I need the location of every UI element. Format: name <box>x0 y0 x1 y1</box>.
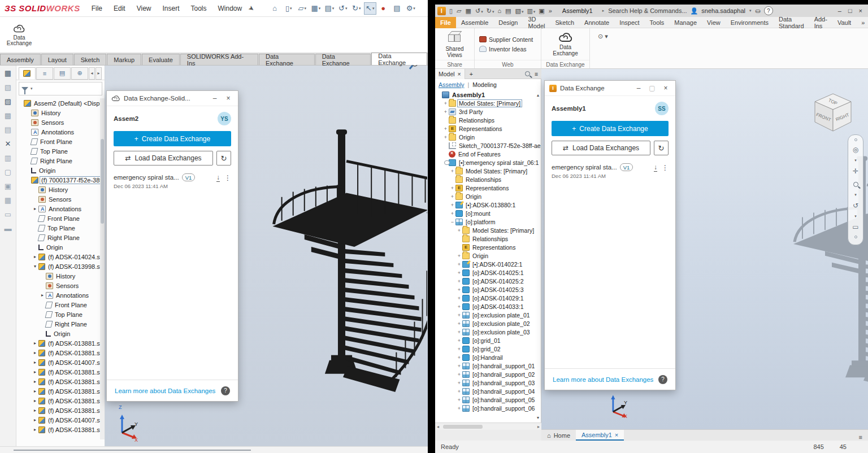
ribbon-tab[interactable]: Environments <box>726 17 774 28</box>
tree-item[interactable]: +[o]:exclusion plate_03 <box>435 328 541 336</box>
ribbon-tab[interactable]: Sketch <box>550 17 579 28</box>
hide-show-icon[interactable]: ✕ <box>2 138 14 149</box>
save-icon[interactable]: ▦▾ <box>310 2 322 15</box>
zoom-icon[interactable] <box>853 180 858 189</box>
tree-item[interactable]: ▸(f) ADSK-013881.st <box>16 377 100 386</box>
tree-item[interactable]: +[o]:Handrail <box>435 353 541 361</box>
tabs-scroll-right-icon[interactable]: ▸ <box>96 67 102 80</box>
tree-item[interactable]: −[•]:emergency spiral stair_06:1 <box>435 158 541 167</box>
exchange-list-item[interactable]: emergency spiral sta...V1 Dec 06 2023 11… <box>552 163 669 179</box>
tree-item[interactable]: +[o]:grid_01 <box>435 336 541 345</box>
tab-property-manager[interactable]: ≡ <box>36 67 53 80</box>
tree-item[interactable]: ▸(f) ADSK-013881.st <box>16 425 100 434</box>
tree-filter[interactable]: ▾ <box>19 82 102 95</box>
user-avatar[interactable]: SS <box>655 102 669 115</box>
tree-item[interactable]: Relationships <box>435 175 541 184</box>
tree-item[interactable]: +[o]:ADSK-014025:1 <box>435 268 541 277</box>
ribbon-tab[interactable]: Annotate <box>579 17 614 28</box>
tree-item[interactable]: Front Plane <box>16 214 100 223</box>
tree-item[interactable]: +[o]:handrail_support_01 <box>435 361 541 370</box>
tree-item[interactable]: Relationships <box>435 234 541 243</box>
browser-scroll-down-icon[interactable]: ▾ <box>537 415 539 420</box>
search-help-field[interactable]: Search Help & Commands... <box>608 7 687 14</box>
browser-hscrollbar[interactable]: ◂▸ <box>435 422 541 430</box>
minimize-icon[interactable]: – <box>633 84 644 92</box>
undo-icon[interactable]: ↺▾ <box>475 7 484 15</box>
load-data-exchanges-button[interactable]: ⇄Load Data Exchanges <box>552 141 650 155</box>
tree-item[interactable]: +[o]:exclusion plate_01 <box>435 311 541 319</box>
tree-item[interactable]: Assembly1 <box>435 90 541 99</box>
panel-header[interactable]: Data Exchange-Solid... – × <box>107 91 238 106</box>
return-icon[interactable]: ▤ <box>505 7 512 15</box>
store-icon[interactable]: ⛀ <box>755 7 760 15</box>
command-tab[interactable]: Sketch <box>74 54 107 65</box>
command-tab[interactable]: Evaluate <box>142 54 180 65</box>
tree-item[interactable]: Front Plane <box>16 300 100 310</box>
browser-view-modeling[interactable]: Modeling <box>472 81 497 88</box>
bom-icon[interactable]: ▭ <box>2 209 14 219</box>
appearance-icon[interactable]: ▥▾ <box>527 7 536 15</box>
maximize-icon[interactable]: ▢ <box>647 84 657 92</box>
browser-scroll-up-icon[interactable]: ▴ <box>537 93 539 98</box>
ribbon-tab[interactable]: Assemble <box>456 17 493 28</box>
close-icon[interactable]: × <box>859 7 862 14</box>
learn-more-link[interactable]: Learn more about Data Exchanges <box>115 387 215 394</box>
search-icon[interactable] <box>525 71 530 76</box>
tree-item[interactable]: End of Features <box>435 150 541 158</box>
tree-item[interactable]: +[•]:ADSK-014022:1 <box>435 260 541 268</box>
select-cursor-icon[interactable]: ↖▾ <box>364 2 376 15</box>
refresh-button[interactable]: ↻ <box>654 141 669 155</box>
command-tab[interactable]: Data Exchange <box>315 54 371 65</box>
redo-icon[interactable]: ↻▾ <box>350 2 363 15</box>
ribbon-tab[interactable]: » <box>856 17 868 28</box>
tree-item[interactable]: +[o]:handrail_support_02 <box>435 370 541 378</box>
table-icon[interactable]: ▦ <box>2 68 14 78</box>
new-document-icon[interactable]: ▯ <box>449 7 454 15</box>
tree-item[interactable]: +[o]:exclusion plate_02 <box>435 319 541 328</box>
tree-item[interactable]: Front Plane <box>16 137 100 146</box>
ribbon-tab[interactable]: View <box>702 17 726 28</box>
tree-item[interactable]: +[o]:handrail_support_04 <box>435 387 541 395</box>
menu-item[interactable]: File <box>92 5 102 12</box>
tree-item[interactable]: +Model States: [Primary] <box>435 99 541 107</box>
tree-item[interactable]: Sensors <box>16 117 100 127</box>
navigation-wheel-icon[interactable]: ◎ <box>853 145 858 154</box>
tree-item[interactable]: History <box>16 185 100 194</box>
tree-item[interactable]: +[o]:handrail_support_06 <box>435 404 541 412</box>
tabs-scroll-left-icon[interactable]: ◂ <box>89 67 95 80</box>
menu-item[interactable]: Window <box>218 5 242 12</box>
user-alert-icon[interactable]: ● <box>377 2 390 15</box>
look-at-icon[interactable]: ▭ <box>852 223 858 232</box>
tree-item[interactable]: +Origin <box>435 192 541 201</box>
home-tab[interactable]: ⌂Home <box>541 430 576 441</box>
exchange-name[interactable]: emergency spiral sta... <box>114 174 179 181</box>
add-browser-icon[interactable]: + <box>465 71 478 77</box>
tree-item[interactable]: +Model States: [Primary] <box>435 167 541 175</box>
tree-item[interactable]: Right Plane <box>16 233 100 242</box>
download-icon[interactable]: ↓ <box>216 175 220 182</box>
download-icon[interactable]: ↓ <box>654 164 657 172</box>
tree-item[interactable]: −[o]:platform <box>435 217 541 226</box>
exchange-name[interactable]: emergency spiral sta... <box>552 164 617 171</box>
user-avatar[interactable]: YS <box>218 112 231 125</box>
imate-icon[interactable]: ▣ <box>539 7 545 15</box>
minimize-icon[interactable]: – <box>210 94 220 102</box>
tree-item[interactable]: +[o]:handrail_support_05 <box>435 395 541 404</box>
learn-more-link[interactable]: Learn more about Data Exchanges <box>553 376 653 383</box>
panel-header[interactable]: I Data Exchange – ▢ × <box>545 81 675 96</box>
ribbon-tab[interactable]: Add-Ins <box>809 17 832 28</box>
tree-item[interactable]: Top Plane <box>16 146 100 156</box>
pan-icon[interactable]: ✛ <box>853 167 858 176</box>
spiral-staircase-model[interactable] <box>257 101 427 401</box>
move-icon[interactable]: ▥ <box>2 153 14 163</box>
command-tab[interactable]: Layout <box>41 54 73 65</box>
tree-item[interactable]: Sensors <box>16 281 100 290</box>
save-icon[interactable]: ▦ <box>466 7 472 15</box>
tab-configurations[interactable]: ▤ <box>54 67 71 80</box>
tree-item[interactable]: +Representations <box>435 184 541 192</box>
help-icon[interactable]: ? <box>221 386 230 395</box>
ribbon-tab[interactable]: Vault <box>832 17 856 28</box>
data-exchange-button[interactable]: Data Exchange <box>549 32 582 57</box>
tree-item[interactable]: ▸(f) ADSK-014007.st <box>16 415 100 425</box>
redo-icon[interactable]: ↻▾ <box>487 7 495 15</box>
